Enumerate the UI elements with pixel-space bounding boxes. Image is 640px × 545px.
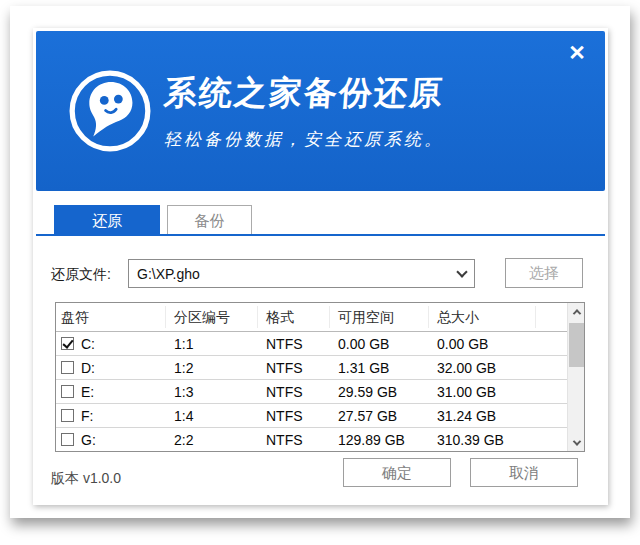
titles: 系统之家备份还原 轻松备份数据，安全还原系统。 [164, 71, 444, 151]
cell-drive: G: [56, 432, 166, 448]
cell-drive: F: [56, 408, 166, 424]
cell-format: NTFS [258, 432, 330, 448]
drive-letter: C: [81, 336, 95, 352]
col-header-format[interactable]: 格式 [258, 306, 330, 328]
checkbox-icon[interactable] [61, 433, 74, 446]
cell-free-space: 1.31 GB [330, 360, 429, 376]
table-row[interactable]: D:1:2NTFS1.31 GB32.00 GB [56, 356, 567, 380]
cell-drive: E: [56, 384, 166, 400]
drive-letter: D: [81, 360, 95, 376]
checkbox-icon[interactable] [61, 409, 74, 422]
table-scrollbar[interactable] [567, 303, 584, 451]
table-body: C:1:1NTFS0.00 GB0.00 GBD:1:2NTFS1.31 GB3… [56, 332, 567, 451]
restore-file-combobox[interactable]: G:\XP.gho [128, 259, 475, 288]
checkbox-icon[interactable] [61, 385, 74, 398]
ghost-logo-icon [66, 67, 154, 155]
app-window: ✕ 系统之家备份还原 轻松备份数据，安全还原系统。 还原 备份 还原文件: [33, 28, 608, 505]
cancel-button[interactable]: 取消 [470, 458, 578, 487]
cell-format: NTFS [258, 408, 330, 424]
table-header: 盘符 分区编号 格式 可用空间 总大小 [56, 303, 567, 332]
scroll-down-icon[interactable] [568, 434, 585, 451]
partition-table: 盘符 分区编号 格式 可用空间 总大小 C:1:1NTFS0.00 GB0.00… [55, 302, 585, 452]
ok-button[interactable]: 确定 [343, 458, 451, 487]
cell-partition: 1:4 [166, 408, 258, 424]
table-row[interactable]: E:1:3NTFS29.59 GB31.00 GB [56, 380, 567, 404]
drive-letter: F: [81, 408, 93, 424]
close-icon[interactable]: ✕ [563, 39, 591, 67]
chevron-down-icon [456, 266, 467, 277]
table-row[interactable]: F:1:4NTFS27.57 GB31.24 GB [56, 404, 567, 428]
scrollbar-thumb[interactable] [569, 323, 584, 367]
col-header-total-size[interactable]: 总大小 [429, 306, 536, 328]
app-subtitle: 轻松备份数据，安全还原系统。 [164, 128, 444, 151]
cell-total-size: 31.00 GB [429, 384, 536, 400]
article-image-card: ✕ 系统之家备份还原 轻松备份数据，安全还原系统。 还原 备份 还原文件: [10, 6, 630, 518]
drive-letter: E: [81, 384, 94, 400]
version-label: 版本 v1.0.0 [51, 470, 121, 488]
tab-restore[interactable]: 还原 [54, 205, 160, 236]
cell-free-space: 129.89 GB [330, 432, 429, 448]
tab-underline [36, 234, 605, 236]
col-header-partition[interactable]: 分区编号 [166, 306, 258, 328]
drive-letter: G: [81, 432, 96, 448]
banner: ✕ 系统之家备份还原 轻松备份数据，安全还原系统。 [36, 31, 605, 191]
checkbox-checked-icon[interactable] [61, 337, 74, 350]
select-file-button[interactable]: 选择 [505, 258, 583, 288]
table-row[interactable]: G:2:2NTFS129.89 GB310.39 GB [56, 428, 567, 451]
cell-partition: 2:2 [166, 432, 258, 448]
col-header-drive[interactable]: 盘符 [56, 306, 166, 328]
restore-file-label: 还原文件: [51, 266, 111, 284]
cell-partition: 1:1 [166, 336, 258, 352]
col-header-free-space[interactable]: 可用空间 [330, 306, 429, 328]
cell-total-size: 31.24 GB [429, 408, 536, 424]
cell-free-space: 27.57 GB [330, 408, 429, 424]
cell-format: NTFS [258, 360, 330, 376]
cell-total-size: 310.39 GB [429, 432, 536, 448]
cell-total-size: 32.00 GB [429, 360, 536, 376]
scroll-up-icon[interactable] [568, 303, 585, 320]
cell-partition: 1:3 [166, 384, 258, 400]
brand: 系统之家备份还原 轻松备份数据，安全还原系统。 [66, 67, 444, 155]
restore-file-value: G:\XP.gho [137, 266, 458, 282]
col-header-filler [536, 306, 567, 328]
cell-format: NTFS [258, 336, 330, 352]
cell-free-space: 29.59 GB [330, 384, 429, 400]
table-row[interactable]: C:1:1NTFS0.00 GB0.00 GB [56, 332, 567, 356]
cell-partition: 1:2 [166, 360, 258, 376]
tab-backup[interactable]: 备份 [167, 205, 252, 234]
cell-drive: D: [56, 360, 166, 376]
cell-drive: C: [56, 336, 166, 352]
cell-free-space: 0.00 GB [330, 336, 429, 352]
cell-total-size: 0.00 GB [429, 336, 536, 352]
cell-format: NTFS [258, 384, 330, 400]
app-title: 系统之家备份还原 [162, 71, 445, 116]
checkbox-icon[interactable] [61, 361, 74, 374]
